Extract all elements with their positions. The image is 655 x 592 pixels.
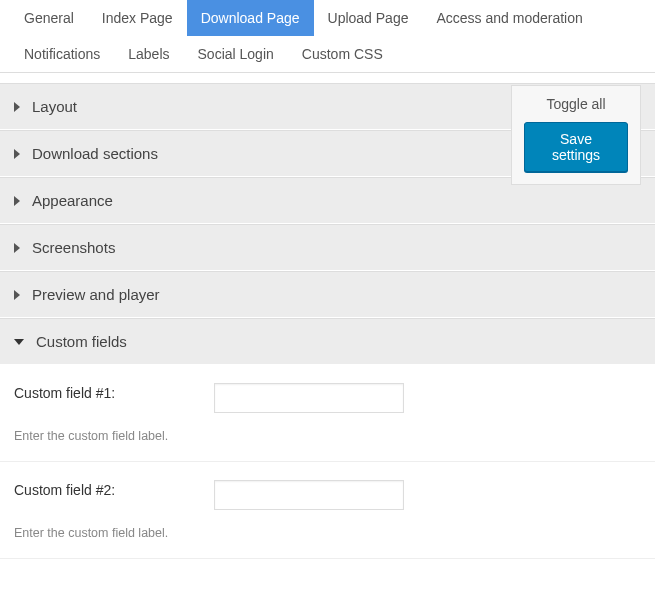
- accordion-header-preview-player[interactable]: Preview and player: [0, 272, 655, 317]
- field-row: Custom field #1:: [0, 365, 655, 417]
- chevron-right-icon: [14, 196, 20, 206]
- accordion-custom-fields: Custom fields: [0, 318, 655, 365]
- accordion-header-custom-fields[interactable]: Custom fields: [0, 319, 655, 364]
- settings-tabs: General Index Page Download Page Upload …: [0, 0, 655, 73]
- accordion-title: Custom fields: [36, 333, 127, 350]
- tab-notifications[interactable]: Notifications: [10, 36, 114, 72]
- tab-download-page[interactable]: Download Page: [187, 0, 314, 36]
- accordion-screenshots: Screenshots: [0, 224, 655, 271]
- accordion-header-screenshots[interactable]: Screenshots: [0, 225, 655, 270]
- save-settings-button[interactable]: Save settings: [524, 122, 628, 172]
- custom-field-1-hint: Enter the custom field label.: [0, 417, 655, 462]
- chevron-right-icon: [14, 290, 20, 300]
- accordion-title: Screenshots: [32, 239, 115, 256]
- chevron-right-icon: [14, 149, 20, 159]
- accordion-title: Layout: [32, 98, 77, 115]
- chevron-down-icon: [14, 339, 24, 345]
- field-row: Custom field #2:: [0, 462, 655, 514]
- custom-field-2-input[interactable]: [214, 480, 404, 510]
- actions-panel: Toggle all Save settings: [511, 85, 641, 185]
- accordion-title: Appearance: [32, 192, 113, 209]
- custom-field-1-label: Custom field #1:: [14, 383, 214, 401]
- accordion-preview-player: Preview and player: [0, 271, 655, 318]
- custom-field-2-label: Custom field #2:: [14, 480, 214, 498]
- accordion-title: Preview and player: [32, 286, 160, 303]
- tab-upload-page[interactable]: Upload Page: [314, 0, 423, 36]
- tab-content: Toggle all Save settings Layout Download…: [0, 73, 655, 559]
- toggle-all-link[interactable]: Toggle all: [524, 96, 628, 112]
- chevron-right-icon: [14, 102, 20, 112]
- tab-custom-css[interactable]: Custom CSS: [288, 36, 397, 72]
- custom-fields-body: Custom field #1: Enter the custom field …: [0, 365, 655, 559]
- tab-labels[interactable]: Labels: [114, 36, 183, 72]
- tab-general[interactable]: General: [10, 0, 88, 36]
- accordion-title: Download sections: [32, 145, 158, 162]
- tab-social-login[interactable]: Social Login: [184, 36, 288, 72]
- field-input-wrap: [214, 383, 404, 413]
- custom-field-1-input[interactable]: [214, 383, 404, 413]
- tab-index-page[interactable]: Index Page: [88, 0, 187, 36]
- custom-field-2-hint: Enter the custom field label.: [0, 514, 655, 559]
- tab-access-moderation[interactable]: Access and moderation: [422, 0, 596, 36]
- field-input-wrap: [214, 480, 404, 510]
- chevron-right-icon: [14, 243, 20, 253]
